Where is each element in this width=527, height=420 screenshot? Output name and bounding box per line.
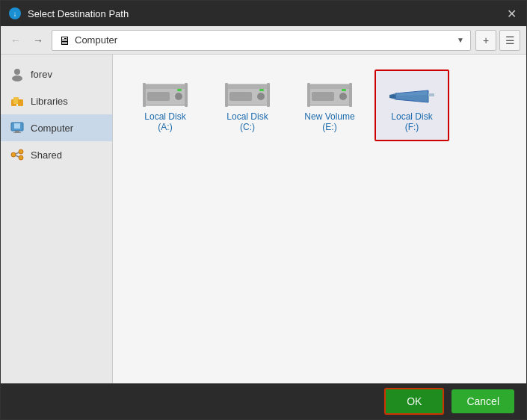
sidebar-item-computer-label: Computer [31, 123, 73, 134]
drive-f-label: Local Disk (F:) [383, 111, 440, 132]
dialog-title: Select Destination Path [28, 8, 504, 19]
svg-point-14 [19, 155, 23, 160]
svg-rect-10 [15, 131, 19, 132]
content-area: forev Libraries [1, 55, 526, 383]
cancel-button[interactable]: Cancel [452, 389, 514, 413]
svg-rect-19 [147, 92, 170, 101]
drive-e-label: New Volume (E:) [301, 111, 358, 132]
svg-rect-22 [185, 83, 188, 107]
shared-icon [10, 147, 25, 162]
sidebar-item-libraries-label: Libraries [31, 96, 68, 107]
address-dropdown-icon[interactable]: ▼ [457, 36, 464, 44]
sidebar: forev Libraries [1, 55, 113, 383]
svg-rect-41 [428, 93, 434, 96]
svg-point-12 [11, 152, 16, 157]
sidebar-item-shared[interactable]: Shared [1, 141, 112, 168]
drive-f[interactable]: Local Disk (F:) [375, 70, 449, 141]
footer: OK Cancel [1, 383, 526, 419]
dialog-icon: ↓ [8, 7, 22, 20]
toolbar: ← → 🖥 Computer ▼ + ☰ [1, 26, 526, 55]
sidebar-item-computer[interactable]: Computer [1, 114, 112, 141]
svg-text:↓: ↓ [13, 10, 17, 18]
drive-e-icon [306, 78, 354, 111]
sidebar-item-forev-label: forev [31, 69, 52, 80]
sidebar-item-libraries[interactable]: Libraries [1, 87, 112, 114]
svg-rect-5 [13, 97, 19, 104]
drive-c[interactable]: Local Disk (C:) [210, 70, 285, 141]
computer-icon [10, 120, 25, 135]
svg-rect-26 [229, 92, 252, 101]
svg-point-34 [339, 93, 347, 100]
svg-rect-36 [349, 83, 352, 107]
svg-rect-23 [177, 89, 182, 91]
svg-rect-25 [226, 84, 268, 89]
svg-point-27 [257, 93, 265, 100]
sidebar-item-shared-label: Shared [31, 149, 62, 161]
drive-a[interactable]: Local Disk (A:) [128, 70, 203, 141]
drive-e[interactable]: New Volume (E:) [292, 70, 367, 141]
drive-a-icon [141, 78, 189, 111]
svg-rect-29 [267, 83, 270, 107]
address-bar[interactable]: 🖥 Computer ▼ [52, 30, 471, 51]
svg-point-13 [19, 149, 23, 154]
svg-rect-37 [342, 89, 346, 91]
new-folder-button[interactable]: + [475, 30, 496, 51]
toolbar-actions: + ☰ [475, 30, 520, 51]
dialog: ↓ Select Destination Path ✕ ← → 🖥 Comput… [0, 0, 527, 420]
svg-line-15 [16, 152, 19, 154]
svg-rect-18 [144, 84, 186, 89]
view-button[interactable]: ☰ [499, 30, 520, 51]
libraries-icon [10, 93, 25, 108]
svg-rect-30 [259, 89, 264, 91]
drive-c-icon [224, 78, 271, 111]
svg-line-16 [16, 155, 19, 157]
drive-c-label: Local Disk (C:) [219, 111, 276, 132]
svg-rect-35 [307, 83, 310, 107]
svg-rect-21 [143, 83, 146, 107]
drive-f-icon [388, 78, 436, 111]
ok-button[interactable]: OK [384, 388, 444, 415]
forward-button[interactable]: → [29, 31, 47, 49]
user-icon [10, 67, 25, 81]
svg-rect-11 [13, 132, 21, 133]
address-bar-text: Computer [75, 34, 457, 46]
drive-a-label: Local Disk (A:) [137, 111, 194, 132]
svg-point-3 [12, 75, 22, 81]
svg-rect-32 [309, 84, 351, 89]
svg-rect-6 [18, 99, 23, 106]
sidebar-item-forev[interactable]: forev [1, 61, 112, 87]
svg-point-20 [175, 93, 182, 100]
title-bar: ↓ Select Destination Path ✕ [1, 1, 526, 26]
svg-rect-33 [312, 92, 334, 101]
address-bar-icon: 🖥 [58, 34, 70, 46]
svg-rect-40 [389, 95, 395, 98]
drives-grid: Local Disk (A:) Local Disk (C:) [113, 55, 526, 383]
svg-rect-9 [14, 123, 20, 129]
svg-rect-28 [225, 83, 228, 107]
close-button[interactable]: ✕ [504, 6, 519, 21]
back-button[interactable]: ← [7, 31, 25, 49]
svg-point-2 [14, 69, 20, 75]
